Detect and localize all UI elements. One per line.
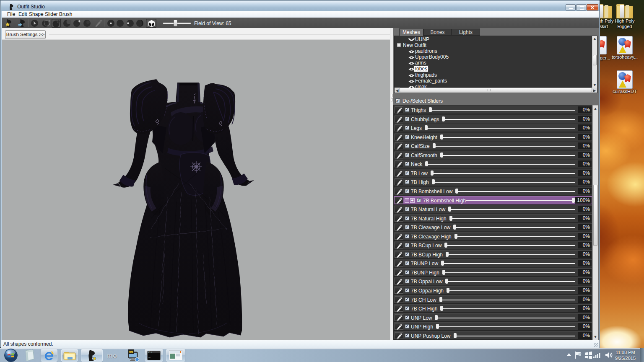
svg-text:_: _ bbox=[148, 354, 151, 358]
svg-text:99: 99 bbox=[129, 350, 133, 354]
svg-text:C:\: C:\ bbox=[148, 352, 152, 354]
